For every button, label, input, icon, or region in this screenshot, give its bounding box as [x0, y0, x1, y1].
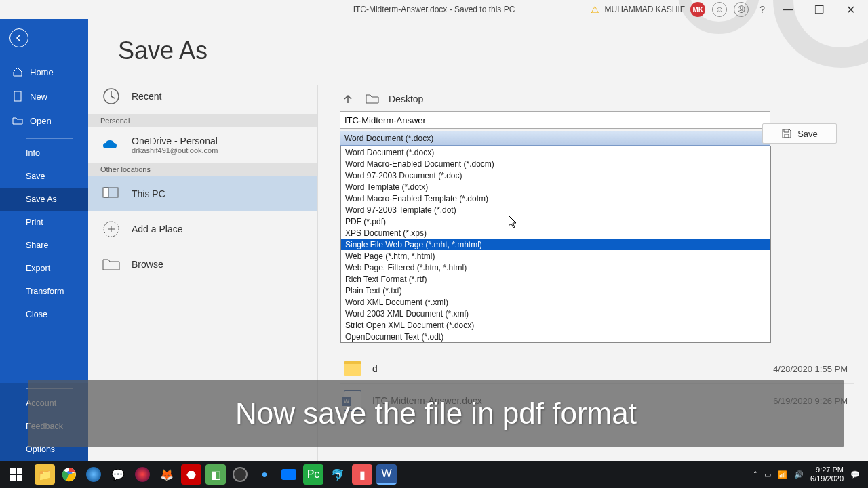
user-account[interactable]: ⚠ MUHAMMAD KASHIF MK: [591, 2, 706, 17]
format-option[interactable]: Word Macro-Enabled Document (*.docm): [341, 158, 770, 169]
format-option[interactable]: Strict Open XML Document (*.docx): [341, 319, 770, 331]
format-option[interactable]: Word Macro-Enabled Template (*.dotm): [341, 192, 770, 204]
svg-rect-0: [14, 92, 21, 101]
taskbar-whatsapp[interactable]: 💬: [108, 464, 128, 485]
format-dropdown: Word Document (*.docx)Word Macro-Enabled…: [340, 146, 771, 343]
warning-icon: ⚠: [591, 4, 599, 15]
taskbar-app-4[interactable]: ⬣: [181, 464, 201, 485]
clock-time: 9:27 PM: [810, 466, 844, 474]
tutorial-caption: Now save the file in pdf format: [28, 380, 844, 447]
taskbar-app-1[interactable]: [83, 464, 104, 485]
format-option[interactable]: Word 97-2003 Document (*.doc): [341, 169, 770, 181]
clock-date: 6/19/2020: [810, 474, 844, 483]
nav-print[interactable]: Print: [0, 211, 88, 234]
nav-share[interactable]: Share: [0, 234, 88, 257]
taskbar-obs[interactable]: [230, 464, 250, 485]
taskbar-app-2[interactable]: [132, 464, 153, 485]
location-label: Browse: [132, 259, 163, 270]
svg-rect-5: [10, 468, 16, 474]
taskbar-app-3[interactable]: 🦊: [157, 464, 177, 485]
user-name: MUHAMMAD KASHIF: [605, 5, 686, 14]
start-button[interactable]: [0, 461, 33, 488]
save-button[interactable]: Save: [762, 123, 837, 144]
format-option[interactable]: Plain Text (*.txt): [341, 285, 770, 296]
location-onedrive[interactable]: OneDrive - Personal drkashif491@outlook.…: [88, 127, 317, 163]
personal-header: Personal: [88, 114, 317, 127]
location-recent[interactable]: Recent: [88, 79, 317, 114]
nav-transform[interactable]: Transform: [0, 280, 88, 303]
taskbar-app-6[interactable]: ●: [254, 464, 275, 485]
save-label: Save: [797, 129, 818, 139]
file-format-select[interactable]: Word Document (*.docx) ▾ Word Document (…: [340, 131, 770, 146]
smiley-face-icon[interactable]: ☺: [712, 2, 727, 17]
svg-rect-7: [10, 475, 16, 481]
new-doc-icon: [12, 91, 23, 102]
nav-new[interactable]: New: [0, 84, 88, 108]
format-option[interactable]: Rich Text Format (*.rtf): [341, 273, 770, 285]
format-option[interactable]: OpenDocument Text (*.odt): [341, 331, 770, 342]
sad-face-icon[interactable]: ☹: [734, 2, 749, 17]
filename-input[interactable]: [340, 111, 770, 129]
current-path[interactable]: Desktop: [389, 94, 423, 104]
title-bar: ITC-Midterm-Answer.docx - Saved to this …: [0, 0, 868, 19]
nav-save[interactable]: Save: [0, 165, 88, 188]
format-option[interactable]: Single File Web Page (*.mht, *.mhtml): [341, 239, 770, 250]
add-place-icon: [100, 218, 122, 240]
taskbar-app-8[interactable]: Pc: [303, 464, 323, 485]
format-option[interactable]: Word Template (*.dotx): [341, 181, 770, 192]
location-label: Recent: [132, 91, 161, 102]
taskbar-app-7[interactable]: [279, 464, 299, 485]
nav-home[interactable]: Home: [0, 60, 88, 84]
format-option[interactable]: PDF (*.pdf): [341, 216, 770, 227]
svg-rect-3: [103, 188, 108, 197]
back-button[interactable]: [9, 28, 28, 47]
taskbar-app-9[interactable]: 🐬: [328, 464, 348, 485]
location-browse[interactable]: Browse: [88, 247, 317, 282]
location-this-pc[interactable]: This PC: [88, 176, 317, 211]
taskbar-app-5[interactable]: ◧: [205, 464, 226, 485]
format-option[interactable]: Web Page (*.htm, *.html): [341, 250, 770, 262]
format-option[interactable]: Web Page, Filtered (*.htm, *.html): [341, 262, 770, 273]
save-icon: [781, 128, 792, 139]
folder-open-icon: [12, 115, 23, 126]
tray-volume-icon[interactable]: 🔊: [794, 470, 804, 479]
format-option[interactable]: XPS Document (*.xps): [341, 227, 770, 239]
nav-close[interactable]: Close: [0, 303, 88, 326]
format-option[interactable]: Word 97-2003 Template (*.dot): [341, 204, 770, 216]
up-arrow-icon: [342, 93, 354, 105]
folder-path-icon: [364, 91, 380, 107]
tray-notifications-icon[interactable]: 💬: [850, 470, 860, 479]
nav-label: Home: [30, 67, 54, 77]
nav-open[interactable]: Open: [0, 108, 88, 133]
tray-wifi-icon[interactable]: 📶: [778, 470, 787, 479]
taskbar-word[interactable]: W: [376, 464, 397, 485]
tray-battery-icon[interactable]: ▭: [764, 470, 771, 479]
nav-label: Open: [30, 116, 52, 126]
system-clock[interactable]: 9:27 PM 6/19/2020: [810, 466, 844, 483]
nav-export[interactable]: Export: [0, 257, 88, 280]
restore-button[interactable]: ❐: [807, 0, 831, 19]
taskbar-file-explorer[interactable]: 📁: [35, 464, 55, 485]
nav-save-as[interactable]: Save As: [0, 188, 88, 211]
format-option[interactable]: Word XML Document (*.xml): [341, 296, 770, 308]
back-arrow-icon: [14, 33, 24, 43]
selected-format-label: Word Document (*.docx): [344, 134, 433, 143]
location-label: Add a Place: [132, 224, 183, 235]
onedrive-icon: [100, 134, 122, 156]
windows-icon: [10, 468, 22, 481]
minimize-button[interactable]: —: [776, 0, 800, 19]
location-add-place[interactable]: Add a Place: [88, 211, 317, 247]
nav-info[interactable]: Info: [0, 142, 88, 165]
folder-icon: [344, 361, 361, 376]
up-folder-button[interactable]: [340, 91, 356, 107]
taskbar-chrome[interactable]: [59, 464, 79, 485]
tray-chevron-up-icon[interactable]: ˄: [753, 470, 757, 479]
taskbar-app-10[interactable]: ▮: [352, 464, 372, 485]
onedrive-title: OneDrive - Personal: [132, 136, 218, 146]
page-title: Save As: [118, 37, 317, 65]
help-button[interactable]: ?: [755, 4, 769, 15]
close-window-button[interactable]: ✕: [838, 0, 863, 19]
document-title: ITC-Midterm-Answer.docx - Saved to this …: [353, 5, 515, 14]
format-option[interactable]: Word 2003 XML Document (*.xml): [341, 308, 770, 319]
format-option[interactable]: Word Document (*.docx): [341, 146, 770, 158]
